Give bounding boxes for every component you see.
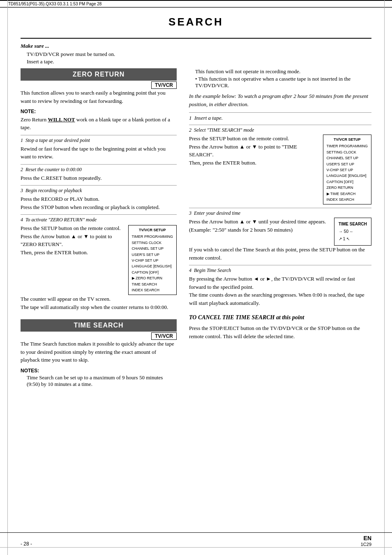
page-title: SEARCH	[21, 16, 371, 28]
ts-menu-title: TV/VCR SETUP	[327, 137, 368, 142]
zero-return-badge: TV/VCR	[151, 81, 177, 89]
time-search-description: The Time Search function makes it possib…	[21, 340, 177, 364]
step-4-num: 4 To activate "ZERO RETURN" mode	[21, 217, 177, 223]
step-4-body5: The tape will automatically stop when th…	[21, 303, 177, 311]
right-step-3-body3: If you wish to cancel the Time Search at…	[189, 246, 371, 262]
step-2-block: 2 Reset the counter to 0:00:00 Press the…	[21, 164, 177, 182]
time-search-badge: TV/VCR	[151, 332, 177, 340]
right-step-2: 2 Select "TIME SEARCH" mode TV/VCR SETUP…	[189, 125, 371, 204]
file-info: TD851/951(P01-35).QX33 03.3.1 1:53 PM Pa…	[8, 2, 101, 6]
menu-item-9: TIME SEARCH	[132, 281, 173, 287]
menu-item-1: TIMER PROGRAMMING	[132, 234, 173, 239]
menu-item-6: LANGUAGE [ENGLISH]	[132, 263, 173, 269]
left-column: ZERO RETURN TV/VCR This function allows …	[21, 68, 177, 388]
ts-menu-2: SETTING CLOCK	[327, 149, 368, 155]
ts-menu-10: INDEX SEARCH	[327, 197, 368, 202]
step-1-block: 1 Stop a tape at your desired point Rewi…	[21, 135, 177, 161]
notes-label: NOTES:	[21, 368, 39, 374]
step-2-body: Press the C.RESET button repeatedly.	[21, 174, 177, 182]
right-bullet-1: This function will not operate in record…	[195, 68, 371, 75]
zero-return-description: This function allows you to search easil…	[21, 89, 177, 105]
ts-menu-8: ZERO RETURN	[327, 185, 368, 190]
page-number: - 28 -	[21, 541, 32, 547]
time-display-line2: → 50 ←	[339, 228, 367, 235]
lang-label: EN	[364, 535, 371, 541]
ts-menu-3: CHANNEL SET UP	[327, 155, 368, 161]
cancel-heading: TO CANCEL THE TIME SEARCH at this point	[189, 313, 371, 322]
time-search-title: TIME SEARCH	[21, 319, 177, 332]
menu-item-8: ZERO RETURN	[132, 275, 173, 281]
right-bullet-2: • This function is not operative when a …	[195, 76, 371, 89]
example-text: In the example below: To watch a program…	[189, 92, 371, 108]
time-search-menu: TV/VCR SETUP TIMER PROGRAMMING SETTING C…	[323, 135, 372, 204]
ts-menu-9: TIME SEARCH	[327, 191, 368, 197]
step-2-num: 2 Reset the counter to 0:00:00	[21, 167, 177, 173]
right-step-4-body1: By pressing the Arrow button ◄ or ►, the…	[189, 275, 371, 291]
menu-item-2: SETTING CLOCK	[132, 240, 173, 246]
right-step-4: 4 Begin Time Search By pressing the Arro…	[189, 265, 371, 307]
ts-menu-7: CAPTION [OFF]	[327, 179, 368, 185]
ts-menu-1: TIMER PROGRAMMING	[327, 143, 368, 149]
ts-menu-5: V-CHIP SET UP	[327, 167, 368, 173]
right-column: This function will not operate in record…	[189, 68, 371, 388]
zero-return-title: ZERO RETURN	[21, 68, 177, 81]
right-step-1: 1 Insert a tape.	[189, 112, 371, 121]
make-sure-title: Make sure ...	[21, 43, 371, 49]
menu-item-5: V-CHIP SET UP	[132, 258, 173, 263]
menu-item-3: CHANNEL SET UP	[132, 246, 173, 251]
ts-menu-4: USER'S SET UP	[327, 161, 368, 167]
note-text: Zero Return WILL NOT work on a blank tap…	[21, 116, 177, 132]
step-4-body4: The counter will appear on the TV screen…	[21, 295, 177, 303]
zero-return-menu: TV/VCR SETUP TIMER PROGRAMMING SETTING C…	[128, 225, 177, 295]
time-search-note-1: Time Search can be set up to a maximum o…	[27, 374, 177, 388]
note-label: NOTE:	[21, 109, 36, 114]
time-display-box: TIME SEARCH → 50 ← ↗ 1 ↖	[334, 218, 371, 246]
right-step-4-body2: The time counts down as the searching pr…	[189, 291, 371, 307]
cancel-body: Press the STOP/EJECT button on the TV/DV…	[189, 324, 371, 340]
cancel-section: TO CANCEL THE TIME SEARCH at this point …	[189, 313, 371, 340]
step-4-block: 4 To activate "ZERO RETURN" mode TV/VCR …	[21, 214, 177, 311]
step-3-num: 3 Begin recording or playback	[21, 188, 177, 194]
menu-item-10: INDEX SEARCH	[132, 287, 173, 293]
step-3-body1: Press the RECORD or PLAY button.	[21, 195, 177, 203]
time-display-line1: TIME SEARCH	[339, 221, 367, 228]
step-3-block: 3 Begin recording or playback Press the …	[21, 185, 177, 211]
code-label: 1C29	[361, 542, 371, 547]
top-bar: TD851/951(P01-35).QX33 03.3.1 1:53 PM Pa…	[0, 0, 392, 7]
step-3-body2: Press the STOP button when recording or …	[21, 203, 177, 211]
make-sure-bullet-1: TV/DVD/VCR power must be turned on.	[27, 51, 371, 58]
ts-menu-6: LANGUAGE [ENGLISH]	[327, 173, 368, 179]
menu-title: TV/VCR SETUP	[132, 227, 173, 233]
make-sure-bullet-2: Insert a tape.	[27, 58, 371, 65]
footer: - 28 - EN 1C29	[0, 532, 392, 547]
right-step-3: 3 Enter your desired time TIME SEARCH → …	[189, 208, 371, 262]
time-display-line3: ↗ 1 ↖	[339, 235, 367, 243]
menu-item-4: USER'S SET UP	[132, 252, 173, 258]
make-sure-section: Make sure ... TV/DVD/VCR power must be t…	[21, 43, 371, 65]
step-1-body: Rewind or fast forward the tape to the b…	[21, 145, 177, 161]
menu-item-7: CAPTION [OFF]	[132, 269, 173, 275]
step-1-num: 1 Stop a tape at your desired point	[21, 137, 177, 144]
